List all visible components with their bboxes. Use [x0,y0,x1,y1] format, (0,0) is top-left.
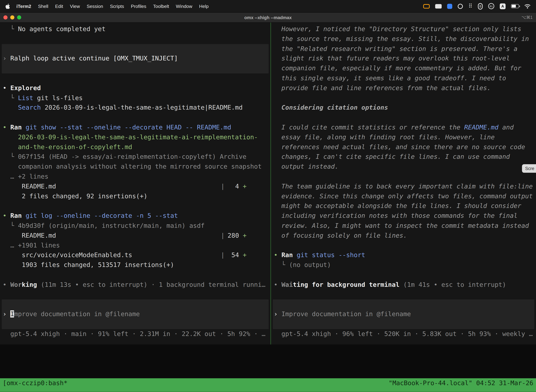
git-show-command: git show --stat --oneline --decorate HEA… [25,124,231,131]
text-cursor: I [10,310,14,317]
reasoning-line: including verification notes with those … [274,211,533,221]
menu-item-help[interactable]: Help [196,4,212,9]
tmux-pane-left[interactable]: └ No agents completed yet › Ralph loop a… [0,23,270,344]
explored-header-line: • Explored [3,83,268,93]
diffstat-summary-line: 1903 files changed, 513517 insertions(+) [3,260,268,270]
waiting-status-line: • Waiting for background terminal (1m 41… [274,280,533,289]
menu-item-profiles[interactable]: Profiles [128,4,150,9]
tool-output-line: └ (no output) [274,260,533,270]
menu-status-icons: ⠿ 8 61 A [423,3,532,9]
diffstat-line: src/voice/voiceModeEnabled.ts|54+ [3,250,268,260]
reasoning-line: output instead. [274,162,533,172]
menu-item-scripts[interactable]: Scripts [107,4,128,9]
tool-call-git-status: • Ran git status --short [274,250,533,260]
reasoning-line: provide file and line references from th… [274,83,533,93]
reasoning-line: essay file, along with finding root file… [274,132,533,142]
reasoning-line: evidence. Since this change only affects… [274,191,533,201]
menu-item-shell[interactable]: Shell [35,4,52,9]
reasoning-line: I could cite commit statistics or refere… [274,123,533,132]
reasoning-line: review. Also, I might want to inspect th… [274,221,533,231]
reasoning-line: However, I noticed the "Directory Struct… [274,24,533,34]
prompt-input-right[interactable]: › Improve documentation in @filename [273,299,534,329]
diffstat-line: README.md|280+ [3,231,268,241]
close-button[interactable] [3,15,7,19]
commit-message-line: └ 067f154 (HEAD -> essay/ai-reimplementa… [3,152,268,162]
menu-item-toolbelt[interactable]: Toolbelt [150,4,172,9]
model-status-line-left: gpt-5.4 xhigh · main · 91% left · 2.31M … [3,329,268,339]
diffstat-summary-line: 2 files changed, 92 insertions(+) [3,191,268,201]
screen: iTerm2 Shell Edit View Session Scripts P… [0,0,536,392]
terminal-content: └ No agents completed yet › Ralph loop a… [0,23,536,392]
tool-bullet: • [3,212,10,219]
git-status-command: git status --short [297,251,365,258]
tmux-pane-right[interactable]: However, I noticed the "Directory Struct… [271,23,536,344]
reasoning-line: slight risk that future readers may over… [274,54,533,64]
window-shortcut-badge: ⌥⌘1 [522,15,536,20]
diffstat-line: README.md|4+ [3,182,268,191]
git-log-command: git log --oneline --decorate -n 5 --stat [25,212,178,219]
prompt-input-left[interactable]: › Improve documentation in @filename [2,299,269,329]
macos-menu-bar: iTerm2 Shell Edit View Session Scripts P… [0,0,536,13]
minimize-button[interactable] [10,15,14,19]
app-icon-round[interactable] [458,4,463,9]
reasoning-line: this single essay, it seems like a good … [274,73,533,83]
tool-call-git-log: • Ran git log --oneline --decorate -n 5 … [3,211,268,221]
reasoning-line: the source tree, missing the essay. Stil… [274,34,533,44]
reasoning-line: references need actual files, and since … [274,142,533,152]
screen-recording-icon[interactable] [423,4,430,8]
explored-list-line: └ List git ls-files [3,93,268,103]
working-status-line: • Working (11m 13s • esc to interrupt) ·… [3,280,268,289]
tmux-status-bar: [omx-cczip0:bash* "MacBook-Pro-44.local"… [0,378,536,392]
input-source-icon[interactable]: A [500,3,506,9]
keyboard-icon[interactable] [435,4,442,8]
menu-item-edit[interactable]: Edit [52,4,67,9]
reasoning-line: might be acceptable alongside the file l… [274,201,533,211]
model-status-line-right: gpt-5.4 xhigh · 96% left · 520K in · 5.8… [274,329,533,339]
more-lines-indicator: … +2 lines [3,172,268,182]
list-command: List [18,94,33,101]
tmux-host-clock: "MacBook-Pro-44.local" 04:52 31-Mar-26 [389,378,533,388]
menu-item-view[interactable]: View [67,4,83,9]
reasoning-line: changes, I can't cite specific file line… [274,152,533,162]
reasoning-line: The team guideline is to back every impo… [274,182,533,191]
menu-item-session[interactable]: Session [83,4,107,9]
app-icon-blue[interactable] [447,4,452,9]
app-grid-icon[interactable]: ⠿ [469,3,473,9]
reasoning-line: of focusing solely on file lines. [274,231,533,241]
reasoning-line: the "Related research writing" section i… [274,44,533,54]
matched-filename-line: 2026-03-09-is-legal-the-same-as-legitima… [3,132,268,142]
prompt-input-line: › Improve documentation in @filename [3,309,140,319]
explored-search-line: Search 2026-03-09-is-legal-the-same-as-l… [3,103,268,113]
reasoning-line: companion file, especially if more comme… [274,64,533,73]
battery-icon[interactable] [511,4,519,8]
prompt-input-line: › Improve documentation in @filename [274,309,411,319]
tool-bullet: • [274,251,281,258]
reasoning-heading: Considering citation options [274,103,533,113]
menu-item-window[interactable]: Window [172,4,196,9]
agents-completed-line: └ No agents completed yet [3,24,268,34]
battery-gauge-icon[interactable]: 61 [488,3,494,9]
omx-status-line: [OMX#0.11.9] cczip/essay/ai-reimplementa… [3,349,536,359]
search-command: Search [18,104,41,111]
tmux-session-name: [omx-cczip0:bash* [3,378,67,388]
password-manager-icon[interactable]: 8 [478,3,483,9]
ralph-loop-line: › Ralph loop active continue [OMX_TMUX_I… [3,54,178,64]
wifi-icon[interactable] [524,4,531,9]
apple-menu-icon[interactable] [5,3,10,9]
zoom-button[interactable] [17,15,21,19]
commit-message-line: └ 4b9d30f (origin/main, instructkr/main,… [3,221,268,231]
ralph-loop-banner: › Ralph loop active continue [OMX_TMUX_I… [2,44,269,73]
tool-bullet: • [3,124,10,131]
commit-message-line: companion analysis without altering the … [3,162,268,172]
more-lines-indicator: … +1901 lines [3,241,268,250]
tool-call-git-show: • Ran git show --stat --oneline --decora… [3,123,268,132]
window-title: omx --xhigh --madmax [0,15,536,20]
readme-link: README.md [464,124,498,131]
window-title-bar: omx --xhigh --madmax ⌥⌘1 [0,13,536,23]
menu-item-iterm2[interactable]: iTerm2 [13,4,35,9]
matched-filename-line: and-the-erosion-of-copyleft.md [3,142,268,152]
screen-share-chip[interactable]: Scre [522,164,536,173]
